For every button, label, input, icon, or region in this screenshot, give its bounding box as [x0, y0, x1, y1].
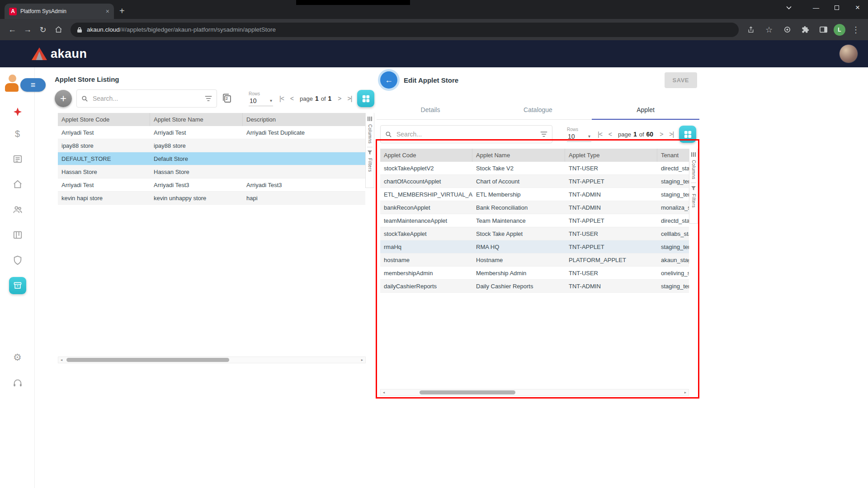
table-row[interactable]: bankReconAppletBank ReconciliationTNT-AD… — [380, 201, 689, 214]
save-button[interactable]: SAVE — [665, 72, 697, 88]
columns-icon[interactable] — [368, 117, 372, 121]
table-row[interactable]: Hassan StoreHassan Store — [58, 165, 365, 178]
table-row[interactable]: Arriyadi TestArriyadi Test3Arriyadi Test… — [58, 178, 365, 192]
table-row[interactable]: stockTakeAppletV2Stock Take V2TNT-USERdi… — [380, 162, 689, 175]
user-avatar[interactable] — [839, 44, 858, 63]
column-header[interactable]: Applet Type — [565, 149, 657, 162]
last-page-icon[interactable]: >| — [348, 95, 352, 102]
home-icon[interactable] — [51, 22, 66, 38]
column-header[interactable]: Applet Code — [380, 149, 472, 162]
address-bar[interactable]: akaun.cloud/#/applets/bigledger/akaun-pl… — [71, 23, 739, 37]
table-cell: rmaHq — [380, 244, 472, 250]
tab-applet[interactable]: Applet — [592, 100, 699, 119]
filters-icon[interactable] — [691, 186, 696, 191]
column-header[interactable]: Applet Store Code — [58, 113, 150, 126]
tab-search-chevron-icon[interactable] — [778, 0, 799, 15]
table-cell: bankReconApplet — [380, 204, 472, 211]
back-icon[interactable]: ← — [5, 22, 20, 38]
page-total: 1 — [328, 95, 332, 102]
search-input[interactable] — [92, 94, 201, 103]
forward-icon[interactable]: → — [20, 22, 35, 38]
scroll-track[interactable] — [65, 357, 359, 363]
sidebar-item-support[interactable] — [0, 378, 35, 388]
filter-icon[interactable] — [205, 95, 212, 102]
table-side-strip: Columns Filters — [689, 149, 698, 224]
applet-search-input[interactable] — [396, 130, 537, 138]
next-page-icon[interactable]: > — [660, 131, 663, 138]
column-header[interactable]: Applet Store Name — [150, 113, 243, 126]
sidebar-item-applet-store[interactable] — [0, 277, 35, 294]
scroll-left-icon[interactable]: ◄ — [381, 391, 387, 394]
scroll-right-icon[interactable]: ► — [359, 358, 365, 361]
sidebar-item-users[interactable] — [0, 205, 35, 215]
table-row[interactable]: stockTakeAppletStock Take AppletTNT-USER… — [380, 227, 689, 240]
tab-details[interactable]: Details — [377, 100, 484, 119]
table-row[interactable]: chartOfAccountAppletChart of AccountTNT-… — [380, 175, 689, 188]
scroll-thumb[interactable] — [420, 390, 515, 394]
share-icon[interactable] — [743, 22, 759, 38]
sidebar-item-security[interactable] — [0, 255, 35, 265]
tab-close-icon[interactable]: × — [106, 8, 109, 15]
listing-hscrollbar[interactable]: ◄ ► — [58, 357, 366, 363]
applet-rows-select[interactable]: Rows 10▾ — [567, 127, 591, 142]
grid-view-button[interactable] — [357, 90, 374, 107]
extensions-puzzle-icon[interactable] — [797, 22, 813, 38]
table-row[interactable]: hostnameHostnamePLATFORM_APPLETakaun_sta… — [380, 253, 689, 267]
first-page-icon[interactable]: |< — [279, 95, 284, 102]
add-button[interactable]: + — [55, 90, 72, 107]
browser-profile-avatar[interactable]: L — [834, 24, 845, 36]
sidebar-item-home[interactable] — [0, 179, 35, 189]
duplicate-icon[interactable]: 2 — [222, 93, 233, 104]
maximize-button[interactable] — [826, 0, 847, 15]
sidebar-item-settings[interactable]: ⚙ — [0, 352, 35, 363]
applet-grid-view-button[interactable] — [679, 126, 696, 143]
column-header[interactable]: Tenant — [657, 149, 689, 162]
table-row[interactable]: Arriyadi TestArriyadi TestArriyadi Test … — [58, 126, 365, 139]
close-window-button[interactable]: × — [847, 0, 868, 15]
scroll-track[interactable] — [387, 389, 682, 395]
table-row[interactable]: membershipAdminMembership AdminTNT-USERo… — [380, 267, 689, 280]
new-tab-button[interactable]: + — [119, 6, 125, 16]
table-row[interactable]: teamMaintenanceAppletTeam MaintenanceTNT… — [380, 214, 689, 227]
sidebar-item-kanban[interactable] — [0, 230, 35, 240]
prev-page-icon[interactable]: < — [609, 131, 612, 138]
filter-icon[interactable] — [540, 131, 547, 137]
table-row[interactable]: ETL_MEMBERSHIP_VIRTUAL_AP...ETL Membersh… — [380, 188, 689, 201]
columns-toggle[interactable]: Columns — [368, 124, 373, 144]
column-header[interactable]: Description — [243, 113, 365, 126]
menu-dots-icon[interactable]: ⋮ — [848, 22, 863, 38]
sidebar-toggle-button[interactable]: ≡ — [20, 78, 46, 92]
minimize-button[interactable]: — — [806, 0, 826, 15]
table-row[interactable]: dailyCashierReportsDaily Cashier Reports… — [380, 280, 689, 293]
bookmark-star-icon[interactable]: ☆ — [761, 22, 777, 38]
scroll-thumb[interactable] — [66, 358, 229, 362]
last-page-icon[interactable]: >| — [669, 131, 674, 138]
table-row[interactable]: rmaHqRMA HQTNT-APPLETstaging_ten — [380, 240, 689, 253]
scroll-right-icon[interactable]: ► — [682, 391, 689, 394]
applet-hscrollbar[interactable]: ◄ ► — [380, 389, 689, 396]
filters-toggle[interactable]: Filters — [368, 158, 373, 172]
columns-toggle[interactable]: Columns — [691, 160, 696, 179]
reload-icon[interactable]: ↻ — [35, 22, 51, 38]
columns-icon[interactable] — [691, 152, 696, 157]
scroll-left-icon[interactable]: ◄ — [58, 358, 65, 361]
sidebar-item-listing[interactable] — [0, 154, 35, 164]
sidebar-item-finance[interactable]: $ — [0, 129, 35, 139]
back-button[interactable]: ← — [380, 71, 397, 89]
filters-icon[interactable] — [368, 150, 372, 155]
rows-per-page-select[interactable]: Rows 10▾ — [249, 91, 273, 106]
prev-page-icon[interactable]: < — [290, 95, 293, 102]
extension-circle-icon[interactable] — [779, 22, 795, 38]
column-header[interactable]: Applet Name — [472, 149, 565, 162]
next-page-icon[interactable]: > — [338, 95, 341, 102]
side-panel-icon[interactable] — [816, 22, 831, 38]
table-cell: staging_ten — [657, 191, 689, 198]
sidebar-item-red-app[interactable] — [0, 107, 35, 118]
first-page-icon[interactable]: |< — [598, 131, 602, 138]
tab-catalogue[interactable]: Catalogue — [484, 100, 592, 119]
table-row[interactable]: ipay88 storeipay88 store — [58, 139, 365, 152]
browser-tab[interactable]: A Platform SysAdmin × — [5, 4, 114, 19]
table-row[interactable]: DEFAULT_STOREDefault Store — [58, 152, 365, 165]
filters-toggle[interactable]: Filters — [691, 194, 696, 208]
table-row[interactable]: kevin hapi storekevin unhappy storehapi — [58, 192, 365, 205]
